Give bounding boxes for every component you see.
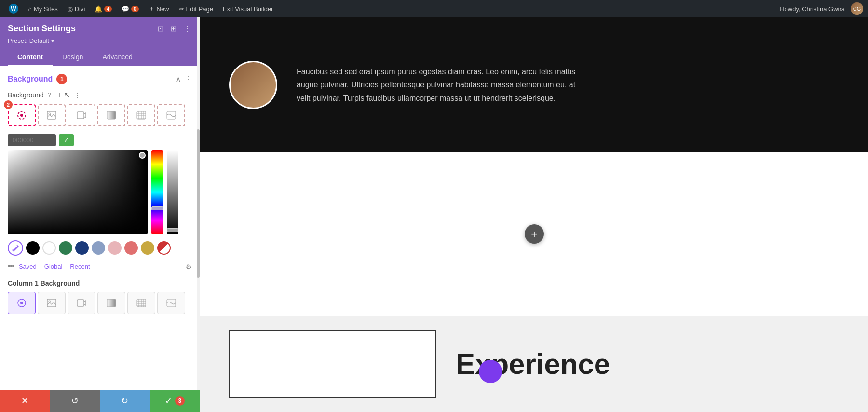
background-section-header: Background 1 ∧ ⋮ [8,74,192,84]
notif-count: 4 [104,6,112,12]
swatch-gold[interactable] [141,241,154,255]
section-white: ＋ [200,152,868,316]
swatch-green[interactable] [59,241,72,255]
plus-icon: ＋ [149,4,155,13]
notifications-btn[interactable]: 🔔 4 [91,0,116,17]
preset-dropdown-icon[interactable]: ▾ [51,37,54,44]
bg-type-image-btn[interactable] [38,104,66,126]
section-black: Faucibus sed sed erat ipsum purus egesta… [200,17,868,152]
comment-count: 0 [131,6,139,12]
bg-label-text: Background [8,91,44,99]
opacity-slider[interactable] [167,150,178,234]
divi-btn[interactable]: ◎ Divi [64,0,89,17]
opacity-slider-wrapper [167,150,178,234]
recent-tab[interactable]: Recent [67,262,93,271]
gradient-handle[interactable] [139,152,146,159]
bg-options-icon[interactable]: ⋮ [74,91,81,99]
section-more-icon[interactable]: ⋮ [184,75,192,84]
save-icon: ✓ [165,396,172,406]
bg-type-color-btn[interactable] [8,104,36,126]
new-btn[interactable]: ＋ New [145,0,173,17]
hue-slider-wrapper [151,150,163,234]
bg-type-pattern-btn[interactable] [127,104,155,126]
tab-content[interactable]: Content [8,49,53,66]
bg-type-video-btn[interactable] [68,104,95,126]
panel-title-row: Section Settings ⊡ ⊞ ⋮ [8,23,192,34]
pencil-icon: ✏ [179,5,184,13]
hue-slider[interactable] [151,150,163,234]
global-tab[interactable]: Global [41,262,66,271]
background-title-group: Background 1 [8,74,67,84]
profile-avatar [229,61,277,109]
cancel-button[interactable]: ✕ [0,390,50,412]
main-layout: Section Settings ⊡ ⊞ ⋮ Preset: Default ▾… [0,17,868,412]
divi-icon: ◎ [68,5,73,13]
col1-bg-gradient-btn[interactable] [97,292,125,314]
undo-button[interactable]: ↺ [50,390,100,412]
col1-bg-pattern-btn[interactable] [127,292,155,314]
tab-design[interactable]: Design [53,49,93,66]
home-icon: ⌂ [28,5,32,13]
swatch-light-blue[interactable] [92,241,105,255]
color-confirm-btn[interactable]: ✓ [59,134,74,146]
save-button[interactable]: ✓ 3 [150,390,200,412]
color-dots-btn[interactable]: ••• [8,261,14,272]
bottom-toolbar: ✕ ↺ ↻ ✓ 3 [0,390,200,412]
exit-builder-btn[interactable]: Exit Visual Builder [219,0,277,17]
background-section: Background 1 ∧ ⋮ Background ? □ ↖ ⋮ [8,74,192,272]
bg-type-buttons: 2 [8,104,192,126]
bg-type-mask-btn[interactable] [157,104,185,126]
more-icon[interactable]: ⋮ [182,23,192,34]
swatch-light-pink[interactable] [108,241,122,255]
color-picker-area: ✓ [8,134,192,234]
swatch-white[interactable] [42,241,56,255]
experience-text: Experience [456,348,610,380]
panel-scroll-thumb[interactable] [197,129,200,278]
add-section-btn[interactable]: ＋ [525,224,544,244]
panel-title: Section Settings [8,24,76,34]
bg-type-color-wrapper: 2 [8,104,36,126]
cursor-icon[interactable]: ↖ [64,90,70,99]
admin-bar: W ⌂ My Sites ◎ Divi 🔔 4 💬 0 ＋ New ✏ Edit… [0,0,868,17]
wordpress-icon-btn[interactable]: W [5,0,22,17]
swatch-salmon[interactable] [124,241,138,255]
mobile-icon[interactable]: □ [55,91,60,99]
my-sites-btn[interactable]: ⌂ My Sites [24,0,62,17]
panel-header: Section Settings ⊡ ⊞ ⋮ Preset: Default ▾… [0,17,200,66]
left-panel: Section Settings ⊡ ⊞ ⋮ Preset: Default ▾… [0,17,200,412]
section-gray: Experience [200,316,868,412]
bg-type-gradient-btn[interactable] [97,104,125,126]
user-avatar[interactable]: CG [851,2,863,15]
exit-builder-label: Exit Visual Builder [223,5,273,13]
content-area: Faucibus sed sed erat ipsum purus egesta… [200,17,868,412]
panel-content: Background 1 ∧ ⋮ Background ? □ ↖ ⋮ [0,66,200,390]
help-icon[interactable]: ? [48,91,51,98]
new-label: New [157,5,169,13]
bell-icon: 🔔 [95,5,102,13]
panel-header-icons: ⊡ ⊞ ⋮ [156,23,192,34]
col1-bg-video-btn[interactable] [68,292,95,314]
tab-advanced[interactable]: Advanced [93,49,142,66]
swatch-black[interactable] [26,241,40,255]
color-gradient-canvas[interactable] [8,150,148,234]
color-input[interactable] [8,134,56,146]
col1-bg-mask-btn[interactable] [157,292,185,314]
comments-btn[interactable]: 💬 0 [118,0,143,17]
col1-bg-color-btn[interactable] [8,292,36,314]
col1-bg-image-btn[interactable] [38,292,66,314]
grid-icon[interactable]: ⊞ [169,23,177,34]
collapse-icon[interactable]: ∧ [176,75,181,84]
popout-icon[interactable]: ⊡ [156,23,164,34]
svg-rect-20 [107,299,116,307]
svg-point-1 [20,114,23,117]
swatch-navy[interactable] [75,241,89,255]
badge-3: 3 [175,396,185,406]
background-title: Background [8,75,53,83]
saved-tab[interactable]: Saved [16,262,40,271]
edit-page-btn[interactable]: ✏ Edit Page [175,0,217,17]
redo-button[interactable]: ↻ [100,390,150,412]
eyedropper-btn[interactable] [8,240,23,256]
swatch-none[interactable] [157,241,171,255]
color-settings-btn[interactable]: ⚙ [186,263,192,271]
howdy-btn[interactable]: Howdy, Christina Gwira [776,0,849,17]
